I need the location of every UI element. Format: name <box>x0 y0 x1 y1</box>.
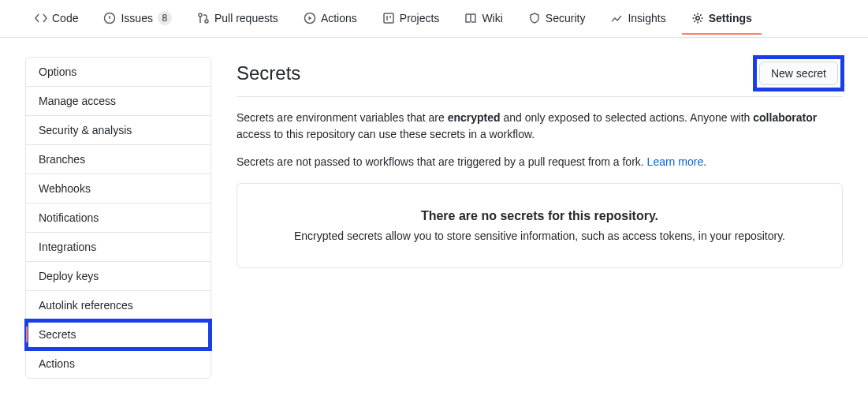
new-secret-highlight: New secret <box>754 57 843 90</box>
graph-icon <box>610 12 623 24</box>
sidebar-item-notifications[interactable]: Notifications <box>26 204 210 233</box>
issue-icon <box>103 12 116 24</box>
play-icon <box>304 12 316 24</box>
tab-pull-requests[interactable]: Pull requests <box>188 2 288 35</box>
sidebar-item-security-analysis[interactable]: Security & analysis <box>26 116 210 145</box>
tab-label: Code <box>52 12 78 24</box>
project-icon <box>382 12 395 24</box>
issues-count-badge: 8 <box>158 11 172 25</box>
sidebar-item-deploy-keys[interactable]: Deploy keys <box>26 262 210 291</box>
sidebar-item-label: Security & analysis <box>39 124 132 136</box>
tab-label: Insights <box>628 12 665 24</box>
svg-point-4 <box>205 20 208 23</box>
sidebar-item-label: Options <box>39 65 76 78</box>
sidebar-item-label: Manage access <box>39 95 116 107</box>
learn-more-link[interactable]: Learn more <box>647 155 704 168</box>
sidebar-item-manage-access[interactable]: Manage access <box>26 87 210 116</box>
book-icon <box>464 12 477 24</box>
tab-issues[interactable]: Issues 8 <box>94 2 181 35</box>
tab-security[interactable]: Security <box>519 2 595 35</box>
empty-state: There are no secrets for this repository… <box>237 183 843 268</box>
sidebar-item-label: Secrets <box>39 328 76 341</box>
code-icon <box>35 12 47 24</box>
tab-actions[interactable]: Actions <box>294 2 367 35</box>
tab-projects[interactable]: Projects <box>373 2 449 35</box>
tab-label: Wiki <box>482 12 502 24</box>
sidebar-item-options[interactable]: Options <box>26 58 210 87</box>
git-pull-request-icon <box>197 12 210 24</box>
empty-state-description: Encrypted secrets allow you to store sen… <box>256 230 823 242</box>
repo-topnav: Code Issues 8 Pull requests Actions Proj… <box>0 0 868 38</box>
svg-point-3 <box>199 13 202 17</box>
new-secret-button[interactable]: New secret <box>759 62 838 85</box>
sidebar-item-label: Autolink references <box>39 299 133 312</box>
sidebar-item-label: Webhooks <box>39 182 91 195</box>
tab-label: Projects <box>400 12 440 24</box>
empty-state-title: There are no secrets for this repository… <box>256 209 823 223</box>
tab-label: Issues <box>121 12 152 24</box>
tab-label: Pull requests <box>214 12 278 24</box>
svg-point-2 <box>110 21 110 21</box>
secrets-description-2: Secrets are not passed to workflows that… <box>237 154 843 170</box>
page-title: Secrets <box>237 62 300 84</box>
sidebar-item-label: Actions <box>39 357 75 370</box>
tab-insights[interactable]: Insights <box>601 2 675 35</box>
sidebar-item-integrations[interactable]: Integrations <box>26 233 210 262</box>
sidebar-item-label: Integrations <box>39 241 96 253</box>
sidebar-item-label: Deploy keys <box>39 270 99 282</box>
gear-icon <box>691 12 704 24</box>
tab-label: Settings <box>709 12 752 24</box>
sidebar-item-actions[interactable]: Actions <box>26 349 210 378</box>
tab-wiki[interactable]: Wiki <box>455 2 512 35</box>
settings-main: Secrets New secret Secrets are environme… <box>237 57 843 268</box>
sidebar-item-webhooks[interactable]: Webhooks <box>26 174 210 204</box>
secrets-description-1: Secrets are environment variables that a… <box>237 110 843 143</box>
shield-icon <box>528 12 541 24</box>
sidebar-item-autolink-references[interactable]: Autolink references <box>26 291 210 320</box>
tab-code[interactable]: Code <box>25 2 88 35</box>
svg-rect-6 <box>384 13 393 23</box>
sidebar-item-label: Notifications <box>39 211 99 224</box>
tab-settings[interactable]: Settings <box>682 2 762 35</box>
page-header: Secrets New secret <box>237 57 843 97</box>
settings-layout: Options Manage access Security & analysi… <box>0 38 868 398</box>
sidebar-item-branches[interactable]: Branches <box>26 145 210 174</box>
tab-label: Security <box>546 12 586 24</box>
sidebar-item-secrets[interactable]: Secrets <box>26 320 210 349</box>
svg-point-9 <box>695 17 698 20</box>
settings-sidebar: Options Manage access Security & analysi… <box>25 57 211 379</box>
tab-label: Actions <box>321 12 357 24</box>
sidebar-item-label: Branches <box>39 153 85 166</box>
